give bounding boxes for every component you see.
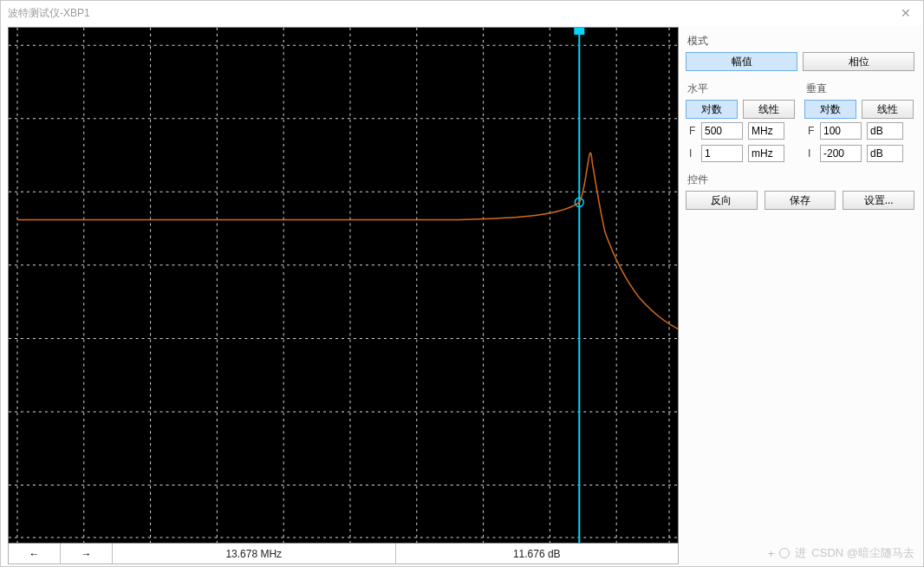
close-icon[interactable]: ✕ [895, 4, 916, 22]
vertical-label: 垂直 [806, 81, 914, 96]
cursor-right-button[interactable]: → [61, 544, 113, 564]
horizontal-table: F MHz I mHz [686, 119, 788, 166]
v-f-unit[interactable]: dB [867, 122, 903, 140]
right-pane: 模式 幅值 相位 水平 对数 线性 F MHz I [680, 25, 923, 566]
radio-icon[interactable] [779, 548, 790, 558]
mode-label: 模式 [687, 34, 914, 49]
v-i-unit[interactable]: dB [867, 145, 903, 162]
left-pane: ← → 13.678 MHz 11.676 dB [1, 25, 680, 566]
plot-area[interactable] [8, 27, 679, 544]
h-linear-button[interactable]: 线性 [743, 100, 795, 119]
h-log-button[interactable]: 对数 [686, 100, 738, 119]
h-f-input[interactable] [701, 122, 743, 140]
cursor-left-button[interactable]: ← [9, 544, 61, 564]
cursor-value: 11.676 dB [396, 544, 679, 564]
mode-phase-button[interactable]: 相位 [803, 52, 914, 71]
window-title: 波特测试仪-XBP1 [8, 6, 90, 21]
v-linear-button[interactable]: 线性 [862, 100, 914, 119]
svg-rect-0 [9, 28, 678, 543]
v-log-button[interactable]: 对数 [804, 100, 856, 119]
cursor-frequency: 13.678 MHz [113, 544, 396, 564]
mode-magnitude-button[interactable]: 幅值 [686, 52, 797, 71]
h-i-input[interactable] [701, 145, 743, 162]
content: ← → 13.678 MHz 11.676 dB 模式 幅值 相位 水平 对数 … [1, 25, 923, 566]
vertical-group: 垂直 对数 线性 F dB I dB [804, 78, 914, 166]
horizontal-group: 水平 对数 线性 F MHz I mHz [686, 78, 796, 166]
titlebar: 波特测试仪-XBP1 ✕ [1, 1, 923, 25]
vertical-table: F dB I dB [804, 119, 907, 166]
v-f-label: F [806, 121, 817, 141]
reverse-button[interactable]: 反向 [686, 191, 758, 210]
h-f-label: F [687, 121, 698, 141]
horizontal-label: 水平 [687, 81, 796, 96]
plus-icon: + [768, 547, 775, 560]
jin-label: 进 [795, 545, 806, 561]
svg-rect-22 [574, 28, 584, 35]
settings-button[interactable]: 设置... [843, 191, 914, 210]
h-i-label: I [687, 143, 698, 164]
bode-plot [9, 28, 678, 543]
bottom-bar: ← → 13.678 MHz 11.676 dB [8, 544, 679, 564]
v-i-label: I [806, 143, 817, 164]
h-i-unit[interactable]: mHz [748, 145, 784, 162]
v-i-input[interactable] [820, 145, 862, 162]
save-button[interactable]: 保存 [765, 191, 836, 210]
v-f-input[interactable] [820, 122, 862, 140]
csdn-watermark: CSDN @暗尘随马去 [811, 545, 914, 561]
h-f-unit[interactable]: MHz [748, 122, 784, 140]
footer-watermark: + 进 CSDN @暗尘随马去 [768, 545, 914, 561]
controls-label: 控件 [687, 173, 914, 187]
